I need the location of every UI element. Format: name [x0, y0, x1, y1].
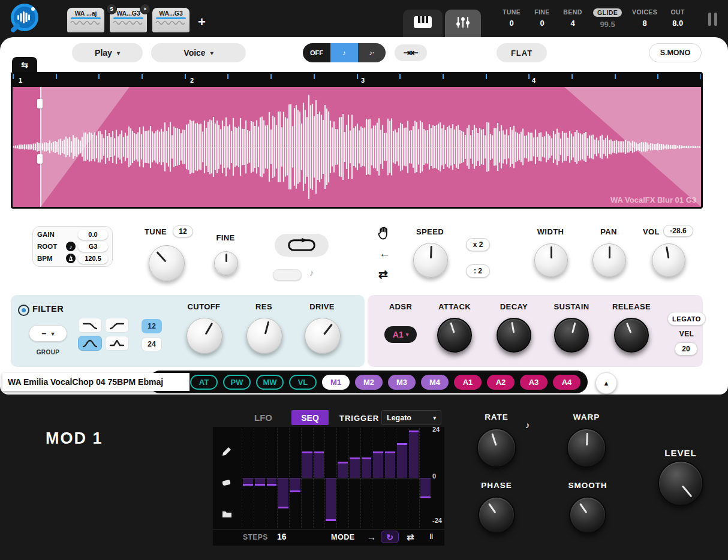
loop-playback-button[interactable]: [275, 234, 329, 257]
voice-mode-dropdown[interactable]: Voice▾: [151, 43, 246, 62]
phase-knob[interactable]: [478, 496, 515, 534]
seq-step-7[interactable]: [313, 428, 325, 528]
speed-knob[interactable]: [413, 243, 448, 278]
rate-knob[interactable]: [477, 428, 516, 468]
filter-bandpass-button[interactable]: [78, 336, 102, 351]
filter-enable-toggle[interactable]: [18, 305, 29, 316]
filter-peak-button[interactable]: [105, 336, 129, 351]
mode-loop-button[interactable]: ↻: [381, 531, 399, 543]
level-knob[interactable]: [658, 460, 703, 506]
seq-step-15[interactable]: [408, 428, 420, 528]
load-pattern-tool[interactable]: [218, 505, 236, 523]
source-a4-button[interactable]: A4: [553, 375, 580, 390]
vel-value[interactable]: 20: [675, 342, 697, 356]
res-knob[interactable]: [246, 318, 282, 354]
seq-step-3[interactable]: [266, 428, 278, 528]
voices-value[interactable]: 8: [643, 19, 647, 28]
seq-step-13[interactable]: [384, 428, 396, 528]
source-a3-button[interactable]: A3: [520, 375, 547, 390]
source-mw-button[interactable]: MW: [256, 375, 284, 390]
erase-tool[interactable]: [218, 474, 236, 492]
sync-dotted-button[interactable]: ♪·: [358, 43, 386, 62]
envelope-select-dropdown[interactable]: A1▾: [384, 326, 417, 343]
seq-step-2[interactable]: [254, 428, 266, 528]
filter-group-dropdown[interactable]: –▾: [29, 325, 67, 342]
draw-tool[interactable]: [218, 442, 236, 460]
tab-keyboard-view[interactable]: [403, 10, 443, 37]
seq-step-14[interactable]: [396, 428, 408, 528]
out-value[interactable]: 8.0: [672, 19, 683, 28]
loop-mode-tab[interactable]: ⇆: [12, 57, 37, 72]
speed-half-button[interactable]: : 2: [466, 264, 490, 278]
seq-step-4[interactable]: [277, 428, 289, 528]
seq-step-16[interactable]: [419, 428, 431, 528]
decay-knob[interactable]: [497, 318, 531, 353]
source-at-button[interactable]: AT: [190, 375, 218, 390]
sync-straight-button[interactable]: ♪: [330, 43, 358, 62]
slope-24db-button[interactable]: 24: [142, 337, 162, 351]
speed-double-button[interactable]: x 2: [466, 238, 490, 251]
slope-12db-button[interactable]: 12: [142, 319, 162, 333]
swap-tool[interactable]: ⇄: [378, 267, 388, 281]
tune-value[interactable]: 0: [509, 19, 513, 28]
snap-to-zero-button[interactable]: ⇥⇤: [395, 44, 427, 61]
loop-note-icon[interactable]: ♪: [309, 267, 314, 278]
close-tab-icon[interactable]: ×: [140, 4, 151, 14]
drive-knob[interactable]: [305, 318, 341, 354]
pan-knob[interactable]: [592, 243, 626, 277]
hand-drag-tool[interactable]: [378, 227, 390, 242]
sample-tab-1[interactable]: WA ...aj: [67, 8, 104, 32]
mode-pingpong-button[interactable]: ⇄: [407, 532, 414, 543]
warp-knob[interactable]: [567, 428, 606, 468]
vol-knob-value[interactable]: -28.6: [663, 225, 693, 237]
start-marker-handle[interactable]: [37, 154, 43, 164]
source-m4-button[interactable]: M4: [421, 375, 449, 390]
rate-sync-note-icon[interactable]: ♪: [525, 420, 530, 430]
seq-step-1[interactable]: [242, 428, 254, 528]
waveform-display[interactable]: 1 2 3 4 WA VocalFX Blur 01 G3: [11, 72, 703, 209]
trigger-dropdown[interactable]: Legato▾: [381, 410, 441, 425]
fine-knob[interactable]: [214, 251, 238, 275]
source-m3-button[interactable]: M3: [388, 375, 416, 390]
filter-lowpass-button[interactable]: [78, 318, 102, 333]
source-m2-button[interactable]: M2: [355, 375, 383, 390]
seq-step-9[interactable]: [336, 428, 348, 528]
source-a2-button[interactable]: A2: [487, 375, 515, 390]
seq-step-6[interactable]: [301, 428, 313, 528]
vol-knob[interactable]: [652, 243, 685, 277]
tune-knob[interactable]: [149, 245, 185, 281]
add-tab-button[interactable]: +: [198, 14, 206, 30]
gain-value[interactable]: 0.0: [78, 230, 108, 240]
stereo-mono-button[interactable]: S.MONO: [649, 43, 702, 62]
loop-sync-value[interactable]: [273, 269, 302, 281]
filter-highpass-button[interactable]: [105, 318, 129, 333]
reverse-tool[interactable]: ←: [379, 247, 390, 260]
start-marker-handle[interactable]: [37, 99, 43, 109]
source-a1-button[interactable]: A1: [454, 375, 482, 390]
sample-tab-3[interactable]: WA...G3: [152, 8, 189, 32]
bpm-value[interactable]: 120.5: [78, 254, 108, 264]
tab-seq[interactable]: SEQ: [291, 410, 329, 425]
pause-icon[interactable]: [708, 13, 717, 26]
source-pw-button[interactable]: PW: [223, 375, 251, 390]
source-m1-button[interactable]: M1: [322, 375, 350, 390]
steps-value[interactable]: 16: [277, 532, 287, 541]
collapse-panel-button[interactable]: ▲: [595, 372, 617, 394]
attack-knob[interactable]: [437, 318, 472, 353]
sustain-knob[interactable]: [554, 318, 589, 353]
tab-mixer-view[interactable]: [445, 10, 481, 37]
sync-off-button[interactable]: OFF: [303, 43, 330, 62]
release-knob[interactable]: [614, 318, 649, 353]
mode-hold-button[interactable]: ‖: [429, 532, 433, 541]
source-vl-button[interactable]: VL: [289, 375, 317, 390]
bend-value[interactable]: 4: [570, 19, 574, 28]
flat-button[interactable]: FLAT: [497, 43, 547, 62]
seq-step-8[interactable]: [324, 428, 336, 528]
sample-tab-2[interactable]: S × WA...G3: [110, 8, 147, 32]
tune-knob-value[interactable]: 12: [173, 225, 193, 237]
glide-value[interactable]: 99.5: [600, 20, 615, 29]
mode-forward-button[interactable]: →: [367, 532, 376, 542]
tab-lfo[interactable]: LFO: [254, 413, 272, 423]
fine-value[interactable]: 0: [540, 19, 544, 28]
root-note-value[interactable]: G3: [78, 242, 108, 252]
